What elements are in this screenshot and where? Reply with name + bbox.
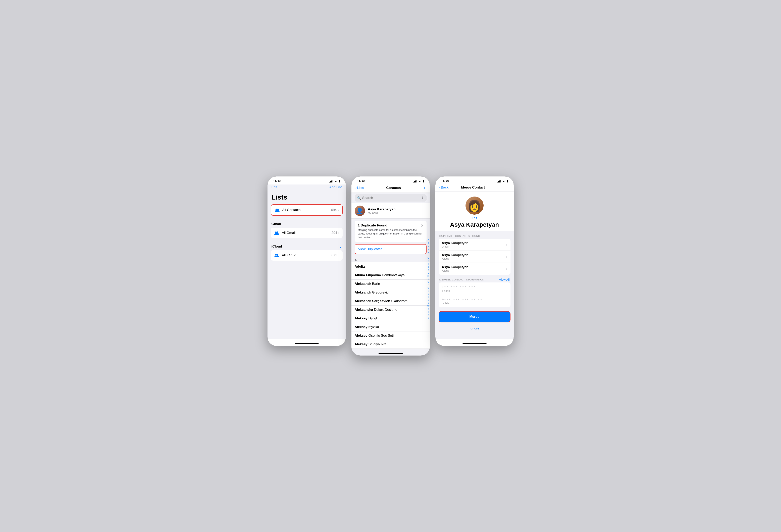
merge-nav: ‹ Back Merge Contact <box>436 184 514 192</box>
mic-icon[interactable]: 🎙 <box>421 196 424 200</box>
all-contacts-chevron: › <box>338 208 339 212</box>
dup-item-chevron-1: › <box>506 243 507 246</box>
home-bar-1 <box>295 343 319 344</box>
status-bar-3: 14:49 ▲ ▮ <box>436 176 514 184</box>
contact-aleksandr-barin[interactable]: Aleksandr Barin <box>352 280 430 288</box>
all-contacts-row[interactable]: All Contacts 694 › <box>271 204 342 216</box>
contact-aleksandr-serg[interactable]: Aleksandr Sergeevich Skalodrom <box>352 297 430 306</box>
contact-aleksey-myzika[interactable]: Aleksey myzika <box>352 323 430 331</box>
gmail-section-header[interactable]: Gmail ⌄ <box>268 220 346 228</box>
home-indicator-1 <box>268 339 346 346</box>
contact-aleksandr-gryg[interactable]: Aleksandr Grygorevich <box>352 288 430 297</box>
add-contact-button[interactable]: + <box>423 185 426 190</box>
alphabet-index[interactable]: A B C D E F G H I J K L M N O P Q R S T <box>427 238 429 320</box>
contact-name-bold: Aleksandr <box>355 282 371 286</box>
merge-contact-name: Asya Karapetyan <box>450 221 499 228</box>
view-all-button[interactable]: View All <box>499 278 509 281</box>
dup-item-chevron-2: › <box>506 255 507 258</box>
contact-name-bold: Aleksey <box>355 325 368 329</box>
view-duplicates-button[interactable]: View Duplicates <box>355 244 426 254</box>
dup-name-1: Asya Karapetyan <box>442 241 506 245</box>
edit-contact-button[interactable]: Edit <box>472 216 477 220</box>
view-duplicates-label: View Duplicates <box>358 247 382 251</box>
search-icon: 🔍 <box>357 196 361 200</box>
search-input[interactable] <box>362 196 420 200</box>
contact-name-bold: Adelia <box>355 265 365 268</box>
dup-source-2: iCloud <box>442 257 506 260</box>
contact-name-rest: myzika <box>368 325 379 329</box>
contact-aleksey-osenilo[interactable]: Aleksey Osenilo Soc Seti <box>352 331 430 340</box>
all-gmail-item[interactable]: All Gmail 294 › <box>271 228 342 238</box>
contact-albina[interactable]: Albina Filipovna Dombrovskaya <box>352 271 430 280</box>
dup-source-1: Gmail <box>442 245 506 248</box>
back-to-contacts-button[interactable]: ‹ Back <box>440 185 449 189</box>
all-gmail-label: All Gmail <box>282 231 332 235</box>
back-chevron-icon: ‹ <box>356 186 357 190</box>
battery-icon-3: ▮ <box>506 179 508 183</box>
icloud-section-header[interactable]: iCloud ⌄ <box>268 242 346 250</box>
contacts-list: Adelia Albina Filipovna Dombrovskaya Ale… <box>352 262 430 349</box>
contact-aleksey-studiya[interactable]: Aleksey Studiya Ikra <box>352 340 430 349</box>
contact-name-bold: Aleksandr Sergeevich <box>355 299 390 303</box>
edit-button[interactable]: Edit <box>272 185 277 189</box>
all-icloud-item[interactable]: All iCloud 671 › <box>271 250 342 261</box>
duplicate-item-icloud-1[interactable]: Asya Karapetyan iCloud › <box>439 251 510 263</box>
signal-icon <box>329 180 333 182</box>
ignore-button[interactable]: Ignore <box>468 325 481 332</box>
all-icloud-chevron: › <box>338 254 339 257</box>
contacts-nav: ‹ Lists Contacts + <box>352 184 430 193</box>
phone-label: iPhone <box>442 289 507 292</box>
dup-name-2: Asya Karapetyan <box>442 253 506 257</box>
search-bar[interactable]: 🔍 🎙 <box>355 194 426 202</box>
my-card-name: Asya Karapetyan <box>368 207 396 211</box>
svg-point-5 <box>277 254 278 256</box>
dup-item-chevron-3: › <box>506 267 507 270</box>
time-1: 14:48 <box>273 179 281 183</box>
duplicate-section-title: DUPLICATE CONTACTS FOUND <box>436 231 514 239</box>
icloud-list-section: All iCloud 671 › <box>271 250 342 261</box>
svg-point-0 <box>276 209 277 210</box>
duplicate-item-icloud-2[interactable]: Asya Karapetyan iCloud › <box>439 263 510 275</box>
status-icons-1: ▲ ▮ <box>329 179 340 183</box>
merge-phone: 14:49 ▲ ▮ ‹ Back Merge Contact <box>436 176 514 346</box>
svg-point-1 <box>277 209 279 210</box>
contact-aleksey-djingl[interactable]: Aleksey Djingl <box>352 314 430 323</box>
duplicate-contacts-list: Asya Karapetyan Gmail › Asya Karapetyan … <box>439 239 510 275</box>
contact-aleksandra[interactable]: Aleksandra Dekor, Designe <box>352 306 430 314</box>
merge-avatar <box>465 196 484 215</box>
all-icloud-label: All iCloud <box>282 253 332 257</box>
my-card-subtitle: My Card <box>368 211 396 214</box>
merged-info-title: MERGED CONTACT INFORMATION <box>440 278 484 281</box>
merge-button[interactable]: Merge <box>439 311 510 322</box>
banner-title: 1 Duplicate Found <box>358 223 423 227</box>
icloud-chevron-icon[interactable]: ⌄ <box>339 245 342 249</box>
lists-content: Lists All Contacts 694 › <box>268 191 346 339</box>
duplicate-item-gmail[interactable]: Asya Karapetyan Gmail › <box>439 239 510 251</box>
gmail-label: Gmail <box>272 222 281 226</box>
svg-point-3 <box>277 231 278 233</box>
contact-name-bold: Aleksey <box>355 342 368 346</box>
close-banner-button[interactable]: ✕ <box>421 223 424 228</box>
gmail-chevron-icon[interactable]: ⌄ <box>339 222 342 226</box>
contact-name-bold: Aleksey <box>355 334 368 338</box>
contact-name-rest: Studiya Ikra <box>368 342 386 346</box>
signal-icon-3 <box>497 180 501 182</box>
all-contacts-item[interactable]: All Contacts 694 › <box>271 205 342 215</box>
svg-point-4 <box>275 254 277 256</box>
battery-icon: ▮ <box>339 179 340 183</box>
contact-name-rest: Osenilo Soc Seti <box>368 334 394 338</box>
merge-profile-section: Edit Asya Karapetyan <box>436 192 514 231</box>
icloud-label: iCloud <box>272 245 282 249</box>
gmail-contacts-icon <box>274 230 280 236</box>
contact-adelia[interactable]: Adelia <box>352 262 430 271</box>
contact-name-rest: Barin <box>371 282 380 286</box>
my-card[interactable]: Asya Karapetyan My Card <box>352 203 430 219</box>
status-icons-3: ▲ ▮ <box>497 179 508 183</box>
status-bar-2: 14:48 ▲ ▮ <box>352 176 430 184</box>
contacts-phone: 14:48 ▲ ▮ ‹ Lists Contacts + <box>352 176 430 356</box>
wifi-icon: ▲ <box>335 179 337 183</box>
mobile-value: +••• ••• ••• •• •• <box>442 297 507 301</box>
back-to-lists-button[interactable]: ‹ Lists <box>356 186 364 190</box>
back-chevron-icon-2: ‹ <box>440 185 441 189</box>
add-list-button[interactable]: Add List <box>329 185 341 189</box>
